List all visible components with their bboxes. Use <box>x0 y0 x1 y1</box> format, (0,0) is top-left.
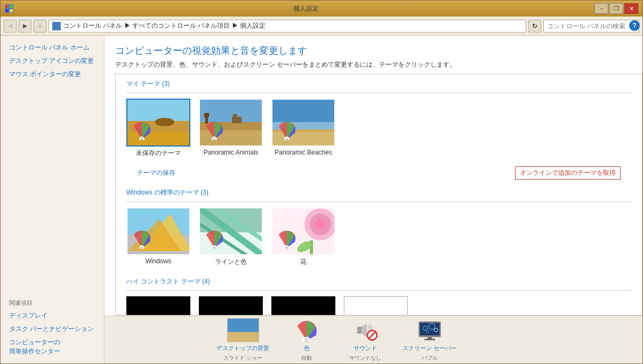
sidebar-item-display[interactable]: ディスプレイ <box>1 309 104 322</box>
theme-thumbnail-windows <box>126 207 190 255</box>
search-input[interactable] <box>547 22 627 30</box>
sidebar-item-desktop-icons[interactable]: デスクトップ アイコンの変更 <box>1 54 104 68</box>
svg-rect-14 <box>204 113 209 117</box>
bottom-sublabel-screensaver: バブル <box>422 354 438 362</box>
svg-rect-47 <box>228 332 259 342</box>
main-window: 個人設定 － ❐ ✕ ◀ ▶ ↑ コントロール パネル ▶ すべてのコントロール… <box>0 0 643 364</box>
online-theme-link[interactable]: オンラインで追加のテーマを取得 <box>515 166 621 180</box>
minimize-button[interactable]: － <box>594 3 608 14</box>
svg-point-7 <box>155 118 174 126</box>
theme-item-hc4[interactable] <box>344 296 408 316</box>
svg-rect-3 <box>10 9 13 12</box>
theme-name-lines: ラインと色 <box>215 257 247 266</box>
bottom-sublabel-desktop-bg: スライド ショー <box>223 354 262 362</box>
sidebar: コントロール パネル ホーム デスクトップ アイコンの変更 マウス ポインターの… <box>1 36 105 363</box>
bottom-item-sound[interactable]: サウンド サウンドなし <box>344 318 387 362</box>
theme-name-beaches: Panoramic Beaches <box>275 149 332 156</box>
main-area: ? コントロール パネル ホーム デスクトップ アイコンの変更 マウス ポインタ… <box>1 36 642 363</box>
bottom-thumb-desktop-bg <box>227 318 259 342</box>
content-header: コンピューターの視覚効果と音を変更します デスクトップの背景、色、サウンド、およ… <box>105 36 642 74</box>
svg-rect-51 <box>357 327 361 334</box>
bottom-icon-screensaver <box>416 318 443 342</box>
sidebar-item-taskbar[interactable]: タスク バーとナビゲーション <box>1 322 104 336</box>
bottom-label-desktop-bg[interactable]: デスクトップの背景 <box>216 344 269 352</box>
my-themes-label: マイ テーマ (3) <box>126 74 631 93</box>
path-icon <box>52 22 61 30</box>
search-box: 🔍 <box>543 20 639 33</box>
theme-thumbnail-hc4 <box>344 296 408 316</box>
windows-themes-grid: Windows <box>126 207 631 272</box>
theme-item-beaches[interactable]: Panoramic Beaches <box>271 99 335 158</box>
window-title: 個人設定 <box>18 4 594 13</box>
bottom-sublabel-color: 自動 <box>301 354 312 362</box>
windows-themes-label: Windows の標準のテーマ (3) <box>126 183 631 202</box>
theme-item-lines[interactable]: ラインと色 <box>199 207 263 266</box>
theme-thumbnail-unsaved <box>126 99 190 147</box>
content-area: コンピューターの視覚効果と音を変更します デスクトップの背景、色、サウンド、およ… <box>105 36 642 363</box>
address-bar: ◀ ▶ ↑ コントロール パネル ▶ すべてのコントロール パネル項目 ▶ 個人… <box>1 17 642 36</box>
forward-button[interactable]: ▶ <box>19 20 31 33</box>
svg-marker-50 <box>361 323 367 337</box>
page-description: デスクトップの背景、色、サウンド、およびスクリーン セーバーをまとめて変更するに… <box>115 60 632 69</box>
bottom-icon-sound <box>352 318 379 342</box>
theme-item-windows[interactable]: Windows <box>126 207 190 266</box>
theme-thumbnail-lines <box>199 207 263 255</box>
sidebar-item-home[interactable]: コントロール パネル ホーム <box>1 41 104 54</box>
bottom-item-color[interactable]: 色 自動 <box>285 318 328 362</box>
title-bar: 個人設定 － ❐ ✕ <box>1 1 642 17</box>
hc-themes-label: ハイ コントラスト テーマ (4) <box>126 272 631 291</box>
svg-rect-1 <box>10 5 13 8</box>
page-title: コンピューターの視覚効果と音を変更します <box>115 44 632 57</box>
theme-thumbnail-hc2 <box>199 296 263 316</box>
svg-rect-16 <box>233 114 237 118</box>
bottom-label-sound[interactable]: サウンド <box>353 344 377 352</box>
theme-item-flower[interactable]: 花 <box>271 207 335 266</box>
theme-thumbnail-beaches <box>271 99 335 147</box>
hc-themes-grid <box>126 296 631 316</box>
svg-rect-0 <box>5 5 9 8</box>
bottom-bar: デスクトップの背景 スライド ショー 色 <box>105 316 642 363</box>
theme-thumbnail-hc1 <box>126 296 190 316</box>
app-icon <box>5 4 13 13</box>
sidebar-item-mouse-pointer[interactable]: マウス ポインターの変更 <box>1 68 104 81</box>
bottom-item-desktop-bg[interactable]: デスクトップの背景 スライド ショー <box>216 318 269 362</box>
theme-name-windows: Windows <box>146 257 172 265</box>
address-path[interactable]: コントロール パネル ▶ すべてのコントロール パネル項目 ▶ 個人設定 <box>49 20 526 33</box>
window-controls: － ❐ ✕ <box>594 3 638 14</box>
theme-item-hc3[interactable] <box>271 296 335 316</box>
svg-rect-62 <box>424 338 435 340</box>
theme-name-flower: 花 <box>300 257 307 266</box>
theme-name-unsaved: 未保存のテーマ <box>136 149 181 158</box>
svg-rect-2 <box>5 9 9 12</box>
svg-point-41 <box>315 219 326 230</box>
theme-item-hc1[interactable] <box>126 296 190 316</box>
bottom-sublabel-sound: サウンドなし <box>349 354 381 362</box>
up-button[interactable]: ↑ <box>34 20 46 33</box>
svg-rect-46 <box>228 319 259 332</box>
theme-item-animals[interactable]: Panoramic Animals <box>199 99 263 158</box>
restore-button[interactable]: ❐ <box>609 3 623 14</box>
breadcrumb: コントロール パネル ▶ すべてのコントロール パネル項目 ▶ 個人設定 <box>63 21 266 30</box>
bottom-label-color[interactable]: 色 <box>304 344 310 352</box>
related-section-title: 関連項目 <box>1 290 104 309</box>
save-area: テーマの保存 オンラインで追加のテーマを取得 <box>137 163 631 183</box>
themes-scroll-area[interactable]: マイ テーマ (3) <box>115 74 642 316</box>
back-button[interactable]: ◀ <box>4 20 17 33</box>
bottom-label-screensaver[interactable]: スクリーン セーバー <box>403 344 457 352</box>
palette-overlay-unsaved <box>132 120 153 141</box>
close-button[interactable]: ✕ <box>624 3 638 14</box>
save-theme-link[interactable]: テーマの保存 <box>137 168 175 177</box>
theme-thumbnail-animals <box>199 99 263 147</box>
theme-item-unsaved[interactable]: 未保存のテーマ <box>126 99 190 158</box>
sidebar-item-ease[interactable]: コンピューターの 簡単操作センター <box>1 336 104 358</box>
my-themes-grid: 未保存のテーマ <box>126 99 631 163</box>
theme-thumbnail-hc3 <box>271 296 335 316</box>
bottom-item-screensaver[interactable]: スクリーン セーバー バブル <box>403 318 457 362</box>
theme-thumbnail-flower <box>271 207 335 255</box>
theme-item-hc2[interactable] <box>199 296 263 316</box>
bottom-icon-color <box>293 318 320 342</box>
refresh-button[interactable]: ↻ <box>528 20 541 33</box>
theme-name-animals: Panoramic Animals <box>204 149 259 156</box>
